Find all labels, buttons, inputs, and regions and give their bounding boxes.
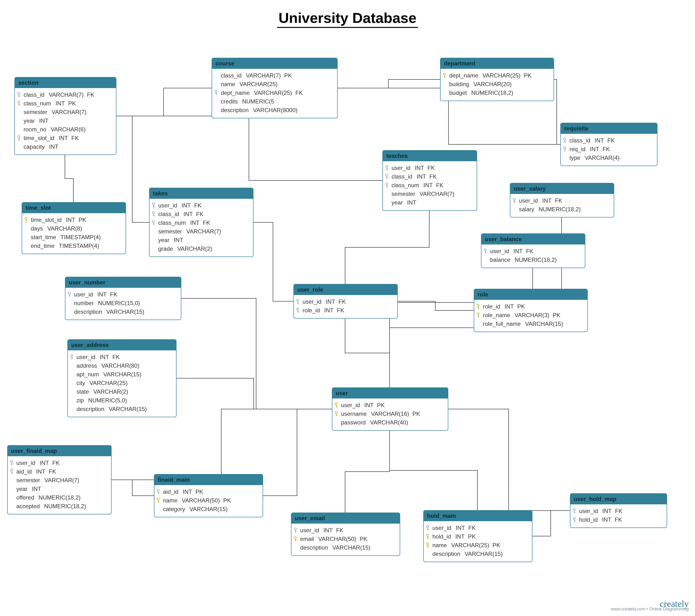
field-key: PK (524, 71, 531, 80)
entity-user_role[interactable]: user_roleuser_idINTFKrole_idINTFK (293, 284, 398, 319)
entity-department[interactable]: departmentdept_nameVARCHAR(25)PKbuilding… (440, 58, 554, 101)
field-name: name (221, 80, 235, 88)
entity-finaid_main[interactable]: finaid_mainaid_idINTPKnameVARCHAR(50)PKc… (154, 474, 263, 517)
foreign-key-icon (152, 203, 156, 209)
entity-role[interactable]: rolerole_idINTPKrole_nameVARCHAR(3)PKrol… (474, 289, 588, 332)
entity-user[interactable]: useruser_idINTPKusernameVARCHAR(16)PKpas… (332, 387, 448, 431)
field-key: PK (360, 535, 368, 543)
field-name: class_id (570, 136, 590, 145)
svg-rect-91 (336, 407, 337, 407)
field-name: user_id (579, 507, 598, 515)
entity-time_slot[interactable]: time_slottime_slot_idINTPKdaysVARCHAR(8)… (22, 202, 126, 254)
foreign-key-icon (294, 528, 298, 533)
field-row: gradeVARCHAR(2) (158, 245, 250, 253)
svg-rect-137 (574, 519, 575, 522)
svg-rect-23 (564, 142, 565, 143)
svg-rect-26 (564, 150, 566, 150)
field-row: capacityINT (23, 143, 113, 151)
field-name: year (158, 236, 170, 245)
svg-rect-127 (427, 538, 428, 539)
entity-header: finaid_main (154, 475, 262, 485)
svg-rect-138 (574, 520, 575, 521)
svg-rect-42 (387, 186, 388, 186)
entity-user_salary[interactable]: user_salaryuser_idINTFKsalaryNUMERIC(18,… (510, 183, 614, 218)
field-row: user_idINTFK (158, 201, 250, 210)
entity-user_address[interactable]: user_addressuser_idINTFKaddressVARCHAR(8… (67, 339, 176, 417)
foreign-key-icon (385, 174, 390, 180)
entity-body: user_idINTFKbalanceNUMERIC(18,2) (481, 245, 585, 268)
field-row: user_idINTFK (490, 247, 581, 255)
field-type: NUMERIC(5,0) (88, 396, 127, 405)
field-type: INT (505, 302, 514, 311)
field-name: type (570, 153, 580, 162)
primary-key-icon (157, 489, 161, 495)
entity-user_number[interactable]: user_numberuser_idINTFKnumberNUMERIC(15,… (65, 277, 181, 320)
entity-body: user_idINTFKsalaryNUMERIC(18,2) (510, 194, 614, 217)
field-type: INT (603, 507, 612, 515)
field-row: daysVARCHAR(8) (31, 224, 122, 233)
svg-rect-3 (18, 97, 20, 97)
entity-header: user_address (68, 340, 176, 350)
field-row: class_idVARCHAR(7)FK (23, 90, 113, 99)
primary-key-icon (443, 73, 447, 79)
field-type: INT (184, 210, 193, 218)
svg-rect-54 (153, 215, 155, 215)
field-row: zipNUMERIC(5,0) (77, 396, 173, 405)
svg-rect-139 (574, 521, 575, 522)
field-type: INT (324, 306, 334, 315)
field-row: role_nameVARCHAR(3)PK (483, 311, 584, 319)
entity-user_balance[interactable]: user_balanceuser_idINTFKbalanceNUMERIC(1… (481, 233, 585, 268)
entity-takes[interactable]: takesuser_idINTFKclass_idINTFKclass_numI… (149, 188, 253, 257)
entity-hold_main[interactable]: hold_mainuser_idINTFKhold_idINTPKnameVAR… (423, 510, 532, 562)
entity-user_hold_map[interactable]: user_hold_mapuser_idINTFKhold_idINTFK (570, 493, 667, 528)
field-type: INT (602, 515, 611, 524)
field-name: description (433, 550, 460, 558)
field-key: PK (284, 71, 292, 80)
field-row: dept_nameVARCHAR(25)PK (449, 71, 550, 80)
field-key: FK (295, 88, 303, 97)
foreign-key-icon (68, 292, 72, 297)
field-name: user_id (391, 164, 410, 172)
svg-rect-89 (336, 404, 336, 407)
entity-header: department (441, 58, 554, 69)
field-name: email (300, 535, 314, 543)
svg-rect-135 (574, 513, 575, 513)
foreign-key-icon (513, 198, 517, 203)
field-key: FK (427, 164, 435, 172)
entity-user_finaid_map[interactable]: user_finaid_mapuser_idINTFKaid_idINTFKse… (7, 445, 112, 514)
field-row: nameVARCHAR(50)PK (163, 496, 259, 505)
field-row: time_slot_idINTFK (23, 134, 113, 143)
field-row: budgetNUMERIC(18,2) (449, 88, 550, 97)
entity-course[interactable]: courseclass_idVARCHAR(7)PKnameVARCHAR(25… (211, 58, 338, 118)
field-row: role_idINTFK (303, 306, 394, 315)
entity-header: user_hold_map (571, 494, 667, 504)
field-row: req_idINTFK (570, 145, 654, 153)
svg-rect-113 (295, 530, 295, 532)
primary-key-icon (477, 304, 481, 310)
relationship-connector (115, 116, 383, 181)
primary-key-icon (426, 534, 430, 539)
field-name: room_no (23, 125, 47, 134)
entity-requisite[interactable]: requisiteclass_idINTFKreq_idINTFKtypeVAR… (560, 123, 658, 166)
field-name: role_id (303, 306, 320, 315)
field-name: budget (449, 88, 467, 97)
entity-section[interactable]: sectionclass_idVARCHAR(7)FKclass_numINTP… (14, 77, 116, 155)
field-type: NUMERIC(18,2) (38, 493, 81, 502)
svg-rect-17 (444, 75, 445, 78)
field-name: category (163, 505, 185, 514)
foreign-key-icon (573, 508, 577, 514)
svg-rect-118 (295, 540, 296, 540)
svg-rect-75 (298, 312, 299, 313)
field-name: user_id (300, 526, 319, 535)
foreign-key-icon (296, 307, 301, 313)
svg-rect-22 (564, 141, 566, 142)
field-name: capacity (23, 143, 45, 151)
field-type: VARCHAR(8000) (253, 106, 298, 115)
field-type: INT (542, 196, 552, 205)
field-row: emailVARCHAR(50)PK (300, 535, 396, 543)
entity-user_email[interactable]: user_emailuser_idINTFKemailVARCHAR(50)PK… (291, 513, 400, 556)
entity-teaches[interactable]: teachesuser_idINTFKclass_idINTFKclass_nu… (383, 150, 477, 211)
field-name: balance (490, 255, 510, 264)
field-key: FK (615, 515, 622, 524)
field-type: INT (513, 247, 523, 255)
